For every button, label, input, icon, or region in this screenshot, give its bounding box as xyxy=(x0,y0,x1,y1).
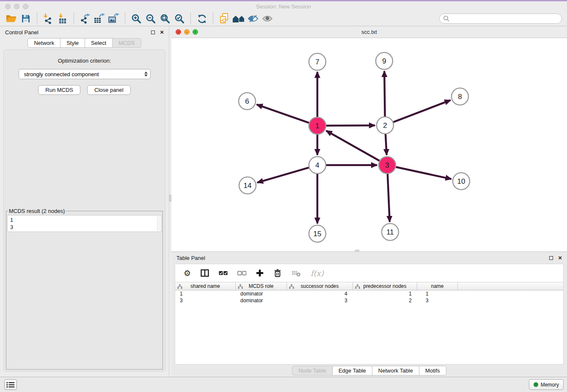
hide-panel-button[interactable] xyxy=(246,12,260,25)
tab-network[interactable]: Network xyxy=(28,38,61,48)
graph-node-2[interactable]: 2 xyxy=(377,117,394,134)
search-input[interactable] xyxy=(439,14,562,24)
import-network-button[interactable] xyxy=(41,12,55,25)
table-tab-network-table[interactable]: Network Table xyxy=(372,366,419,375)
houses-icon xyxy=(232,14,245,24)
column-header-label: predecessor nodes xyxy=(363,283,406,289)
column-header-label: name xyxy=(431,283,443,289)
table-cell: 2 xyxy=(353,297,417,304)
graph-node-1[interactable]: 1 xyxy=(309,117,326,134)
tab-style[interactable]: Style xyxy=(60,38,85,48)
network-view-window: × − + scc.txt 1234678910111415 xyxy=(171,26,567,251)
table-tab-node-table[interactable]: Node Table xyxy=(292,366,333,375)
graph-node-15[interactable]: 15 xyxy=(309,225,326,242)
svg-text:1: 1 xyxy=(315,122,319,130)
export-image-button[interactable] xyxy=(107,12,121,25)
graph-node-11[interactable]: 11 xyxy=(382,224,399,240)
graph-node-3[interactable]: 3 xyxy=(379,157,396,174)
column-header-successor-nodes[interactable]: successor nodes xyxy=(287,282,353,290)
tab-select[interactable]: Select xyxy=(85,38,113,48)
table-tab-edge-table[interactable]: Edge Table xyxy=(332,366,372,375)
function-builder-button[interactable]: f(x) xyxy=(311,269,324,278)
graph-edge-1-2[interactable] xyxy=(326,125,375,126)
network-maximize-button[interactable]: + xyxy=(193,29,198,35)
plus-icon xyxy=(256,269,264,277)
close-window-button[interactable] xyxy=(5,4,11,9)
graph-edge-2-8[interactable] xyxy=(394,100,451,122)
export-table-button[interactable] xyxy=(92,12,107,25)
show-columns-button[interactable] xyxy=(201,269,209,277)
graph-node-10[interactable]: 10 xyxy=(453,173,470,190)
toolbar-separator xyxy=(213,13,213,24)
zoom-out-button[interactable] xyxy=(143,12,158,25)
table-settings-button[interactable]: ⚙ xyxy=(184,269,191,277)
graph-edge-2-9[interactable] xyxy=(384,71,385,116)
table-row[interactable]: 3dominator323 xyxy=(175,297,563,304)
deselect-all-button[interactable] xyxy=(237,270,246,276)
graph-edge-3-10[interactable] xyxy=(396,167,451,179)
table-row[interactable]: 1dominator411 xyxy=(175,290,563,297)
close-panel-button[interactable]: Close panel xyxy=(87,85,131,95)
tab-mcds[interactable]: MCDS xyxy=(112,38,141,48)
close-table-panel-icon[interactable]: × xyxy=(558,256,562,260)
select-all-button[interactable] xyxy=(219,270,228,276)
home-networks-button[interactable] xyxy=(231,12,246,25)
graph-edge-3-11[interactable] xyxy=(388,174,390,222)
show-panel-button[interactable] xyxy=(260,12,275,25)
run-mcds-button[interactable]: Run MCDS xyxy=(38,85,80,95)
network-minimize-button[interactable]: − xyxy=(184,29,190,35)
close-panel-icon[interactable]: × xyxy=(160,30,164,34)
network-close-button[interactable]: × xyxy=(176,29,181,35)
graph-node-4[interactable]: 4 xyxy=(309,157,326,174)
column-header-label: MCDS role xyxy=(249,283,274,289)
import-network-icon xyxy=(43,13,54,24)
status-bar: Memory xyxy=(0,377,567,392)
save-session-button[interactable] xyxy=(19,12,33,25)
import-table-button[interactable] xyxy=(55,12,70,25)
maximize-window-button[interactable] xyxy=(23,4,28,9)
toolbar-separator xyxy=(74,13,74,24)
graph-edge-3-1[interactable] xyxy=(326,131,380,161)
column-header-predecessor-nodes[interactable]: predecessor nodes xyxy=(353,282,417,290)
column-header-name[interactable]: name xyxy=(417,282,458,290)
graph-node-8[interactable]: 8 xyxy=(451,88,468,105)
graph-node-9[interactable]: 9 xyxy=(376,52,393,69)
open-session-button[interactable] xyxy=(4,12,19,25)
network-canvas[interactable]: 1234678910111415 xyxy=(171,38,567,251)
svg-text:7: 7 xyxy=(315,58,319,66)
column-header-shared-name[interactable]: shared name xyxy=(175,282,236,290)
result-scrollbar[interactable] xyxy=(157,216,161,231)
column-header-label: shared name xyxy=(190,283,220,289)
graph-node-14[interactable]: 14 xyxy=(239,177,256,194)
add-column-button[interactable] xyxy=(256,269,264,277)
mcds-result-text: 1 3 xyxy=(8,215,161,232)
task-history-button[interactable] xyxy=(4,379,17,390)
network-file-manager-button[interactable] xyxy=(217,12,231,25)
zoom-fit-button[interactable] xyxy=(158,12,172,25)
graph-edge-1-6[interactable] xyxy=(257,105,309,123)
table-cell: 3 xyxy=(417,297,458,304)
refresh-view-button[interactable] xyxy=(195,12,209,25)
table-tab-motifs[interactable]: Motifs xyxy=(419,366,446,375)
search-icon xyxy=(443,15,450,22)
zoom-selected-button[interactable] xyxy=(172,12,187,25)
graph-edge-4-14[interactable] xyxy=(257,168,309,182)
zoom-in-icon xyxy=(131,14,142,24)
graph-node-6[interactable]: 6 xyxy=(239,93,256,110)
mcds-result-box[interactable]: 1 3 xyxy=(7,215,162,232)
minimize-window-button[interactable] xyxy=(14,4,19,9)
zoom-in-button[interactable] xyxy=(129,12,143,25)
float-panel-icon[interactable] xyxy=(151,30,155,34)
float-table-panel-icon[interactable] xyxy=(549,256,553,260)
graph-node-7[interactable]: 7 xyxy=(309,53,326,70)
delete-column-button[interactable] xyxy=(273,269,282,278)
svg-text:14: 14 xyxy=(244,182,252,190)
memory-button[interactable]: Memory xyxy=(529,379,564,390)
column-header-mcds-role[interactable]: MCDS role xyxy=(236,282,287,290)
table-toolbar: ⚙ xyxy=(175,264,563,282)
delete-table-button[interactable] xyxy=(292,269,301,277)
criterion-dropdown[interactable]: strongly connected component xyxy=(19,69,151,79)
export-network-icon xyxy=(80,13,91,24)
graph-edge-2-3[interactable] xyxy=(385,134,387,155)
export-network-button[interactable] xyxy=(78,12,92,25)
